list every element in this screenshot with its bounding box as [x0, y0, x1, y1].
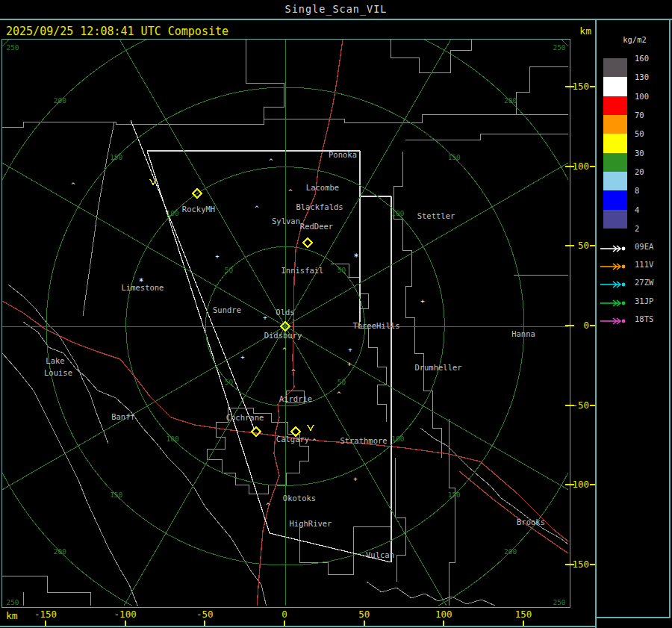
ring-distance-label: 250 — [553, 43, 565, 52]
legend-value-label: 2 — [635, 225, 660, 232]
ring-distance-label: 150 — [110, 153, 122, 161]
radar-site-diamond[interactable] — [303, 238, 311, 246]
radar-site-diamond[interactable] — [252, 427, 260, 435]
ring-distance-label: 200 — [504, 96, 517, 105]
legend-swatch — [603, 190, 627, 209]
town-plus-marker: + — [348, 346, 352, 353]
city-label: Strathmore — [340, 436, 387, 445]
radar-id-label: 31JP — [635, 297, 653, 305]
legend-unit-label: kg/m2 — [612, 35, 657, 44]
bottom-axis-tick-label: 0 — [264, 610, 305, 619]
legend-value-label: 30 — [635, 149, 660, 157]
county-boundary — [331, 264, 386, 422]
radar-id-label: 09EA — [635, 243, 653, 250]
bottom-border-line — [0, 626, 596, 627]
town-star-marker: * — [353, 252, 358, 262]
radar-id-label: 18TS — [635, 315, 653, 323]
town-plus-marker: + — [347, 360, 352, 367]
legend-swatch — [603, 172, 627, 190]
legend-swatch — [603, 210, 627, 228]
right-axis-tick — [590, 325, 595, 326]
town-caret-marker: ^ — [337, 391, 341, 398]
city-label: Okotoks — [283, 494, 316, 503]
town-plus-marker: + — [420, 297, 425, 305]
city-label: RedDeer — [300, 222, 333, 231]
ring-distance-label: 150 — [448, 153, 461, 161]
right-axis-tick — [590, 405, 595, 406]
right-axis-tick — [565, 405, 574, 406]
right-axis-tick — [565, 86, 574, 87]
town-caret-marker: ^ — [282, 346, 287, 354]
radar-arrow-icon — [600, 278, 629, 292]
right-axis-tick — [565, 166, 574, 167]
town-plus-marker: + — [240, 353, 245, 361]
legend-value-label: 130 — [635, 73, 660, 81]
ring-distance-label: 100 — [391, 435, 404, 443]
bottom-axis-tick — [523, 621, 524, 626]
yellow-vee-marker — [308, 425, 314, 430]
county-boundary — [391, 40, 471, 72]
city-label: Lake — [46, 356, 64, 365]
radar-map-display[interactable]: 5050505010010010010015015015015020020020… — [1, 39, 570, 608]
town-caret-marker: ^ — [71, 181, 75, 189]
city-label: Sundre — [213, 305, 241, 314]
city-label: Blackfalds — [296, 202, 343, 211]
window-title: Single_Scan_VIL — [285, 3, 388, 15]
city-label: Banff — [111, 412, 135, 421]
ring-distance-label: 100 — [391, 209, 404, 217]
county-boundary — [83, 122, 114, 316]
legend-swatch — [603, 96, 627, 115]
ring-distance-label: 50 — [337, 378, 346, 386]
county-boundary — [393, 152, 441, 458]
county-boundary — [449, 419, 455, 606]
county-boundary — [246, 40, 284, 123]
city-label: Innisfail — [281, 266, 324, 275]
legend-value-label: 8 — [635, 187, 660, 194]
city-label: Cochrane — [226, 413, 264, 422]
town-caret-marker: ^ — [255, 205, 259, 212]
right-axis-tick — [565, 564, 574, 565]
legend-value-label: 70 — [635, 111, 660, 119]
right-axis-tick — [590, 245, 595, 246]
bottom-axis-tick — [364, 621, 365, 626]
bottom-axis-tick — [443, 621, 444, 626]
bottom-axis-tick-label: -50 — [184, 610, 225, 619]
right-axis-tick — [590, 564, 595, 565]
county-boundary — [2, 353, 138, 606]
ring-distance-label: 50 — [225, 266, 234, 274]
town-plus-marker: + — [263, 314, 267, 321]
legend-value-label: 20 — [635, 168, 660, 175]
town-caret-marker: ^ — [291, 368, 296, 376]
county-boundary — [420, 428, 568, 544]
legend-value-label: 160 — [635, 55, 660, 62]
legend-value-label: 100 — [635, 93, 660, 100]
city-label: Lacombe — [306, 183, 339, 192]
legend-value-label: 50 — [635, 130, 660, 137]
city-label: Louise — [44, 368, 72, 377]
town-plus-marker: + — [353, 475, 358, 482]
right-axis-tick — [590, 484, 595, 485]
legend-swatch — [603, 77, 627, 96]
right-axis-tick — [590, 86, 595, 87]
ring-distance-label: 100 — [167, 435, 179, 443]
county-boundary — [367, 582, 495, 606]
radar-id-label: 27ZW — [635, 279, 653, 286]
legend-swatch — [603, 58, 627, 77]
city-label: Vulcan — [366, 550, 394, 559]
ring-distance-label: 150 — [110, 491, 122, 499]
legend-swatch — [603, 153, 627, 172]
bottom-axis-tick-label: 150 — [503, 610, 544, 619]
radar-app-window: Single_Scan_VIL 2025/09/25 12:08:41 UTC … — [0, 0, 672, 628]
legend-right-border — [669, 19, 671, 618]
radar-id-label: 111V — [635, 261, 653, 268]
title-bar: Single_Scan_VIL — [0, 0, 672, 20]
town-caret-marker: ^ — [266, 502, 270, 509]
ring-distance-label: 150 — [448, 491, 461, 499]
bottom-axis-tick — [284, 621, 285, 626]
right-axis-tick — [565, 245, 574, 246]
bottom-axis-tick — [204, 621, 205, 626]
town-plus-marker: + — [215, 252, 220, 260]
right-axis-tick — [565, 325, 574, 326]
bottom-axis-tick-label: -100 — [105, 610, 146, 619]
county-boundary — [405, 134, 568, 140]
